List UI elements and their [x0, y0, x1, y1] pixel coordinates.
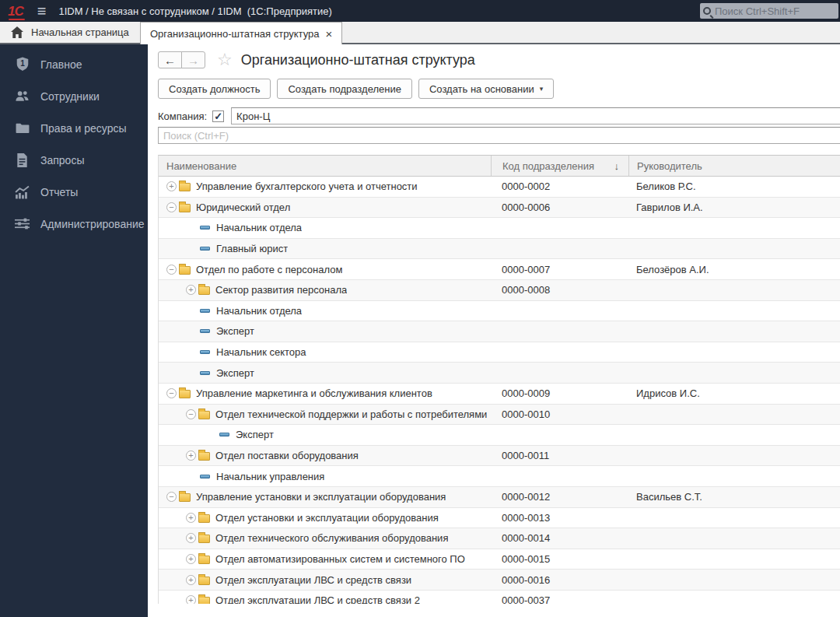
sidebar-item-label: Запросы [40, 154, 84, 167]
main-menu-icon[interactable]: ≡ [37, 3, 47, 19]
collapse-icon[interactable]: − [186, 409, 196, 419]
close-tab-icon[interactable]: × [326, 28, 333, 40]
expand-icon[interactable]: + [186, 285, 196, 295]
row-name: Эксперт [216, 325, 254, 337]
collapse-icon[interactable]: − [166, 388, 177, 398]
table-row[interactable]: +Отдел эксплуатации ЛВС и средств связи0… [159, 570, 840, 591]
table-row[interactable]: −Отдел по работе с персоналом0000-0007Бе… [159, 259, 840, 280]
row-manager: Белозёров А.И. [628, 264, 840, 275]
table-row[interactable]: +Отдел эксплуатации ЛВС и средств связи … [159, 591, 840, 604]
list-search-input[interactable] [158, 127, 840, 144]
list-search-row [158, 127, 840, 145]
1c-logo-icon: 1С [8, 5, 23, 18]
expand-icon[interactable]: + [186, 575, 196, 585]
table-row[interactable]: Начальник отдела [159, 301, 840, 322]
table-row[interactable]: −Управление установки и эксплуатации обо… [159, 487, 840, 508]
sidebar-item-3[interactable]: Запросы [0, 144, 148, 176]
table-row[interactable]: Эксперт [159, 363, 840, 384]
table-row[interactable]: Эксперт [159, 321, 840, 342]
tab-home[interactable]: Начальная страница [0, 22, 143, 43]
department-folder-icon [198, 597, 210, 604]
position-icon [219, 433, 229, 436]
row-name: Управление маркетинга и обслуживания кли… [196, 387, 432, 399]
collapse-icon[interactable]: − [166, 492, 177, 502]
row-code: 0000-0008 [491, 284, 628, 296]
row-name: Отдел эксплуатации ЛВС и средств связи [215, 574, 411, 586]
collapse-icon[interactable]: − [166, 202, 177, 212]
sliders-icon [15, 216, 30, 231]
sidebar-item-1[interactable]: Сотрудники [0, 80, 148, 112]
row-code: 0000-0014 [491, 532, 628, 544]
department-folder-icon [198, 514, 210, 523]
department-folder-icon [179, 183, 191, 191]
column-header-name[interactable]: Наименование [159, 156, 491, 176]
row-code: 0000-0007 [491, 264, 628, 275]
expand-icon[interactable]: + [186, 513, 196, 523]
table-row[interactable]: +Отдел установки и эксплуатации оборудов… [159, 508, 840, 529]
row-code: 0000-0037 [491, 594, 628, 604]
row-name: Начальник сектора [216, 346, 306, 358]
sidebar-nav: 1ГлавноеСотрудникиПрава и ресурсыЗапросы… [0, 44, 148, 617]
row-name: Начальник отдела [216, 222, 302, 233]
department-folder-icon [179, 204, 191, 212]
row-code: 0000-0012 [491, 491, 628, 503]
department-folder-icon [198, 556, 210, 564]
table-row[interactable]: +Отдел автоматизированных систем и систе… [159, 549, 840, 570]
collapse-icon[interactable]: − [166, 265, 177, 275]
create-based-on-button[interactable]: Создать на основании ▾ [418, 79, 554, 99]
expand-icon[interactable]: + [186, 450, 196, 461]
department-folder-icon [198, 286, 210, 295]
row-name: Юридический отдел [196, 202, 290, 213]
table-row[interactable]: +Отдел поставки оборудования0000-0011 [159, 446, 840, 467]
forward-button[interactable]: → [181, 51, 205, 68]
department-folder-icon [198, 535, 210, 543]
row-code: 0000-0006 [491, 202, 628, 213]
sidebar-item-5[interactable]: Администрирование [0, 208, 148, 240]
department-folder-icon [179, 266, 191, 275]
home-icon [11, 26, 23, 38]
row-name: Отдел эксплуатации ЛВС и средств связи 2 [215, 594, 420, 604]
global-search[interactable] [700, 3, 838, 19]
row-name: Эксперт [216, 367, 254, 379]
tab-org-structure[interactable]: Организационно-штатная структура × [140, 22, 342, 44]
table-row[interactable]: −Юридический отдел0000-0006Гаврилов И.А. [159, 198, 840, 219]
position-icon [200, 350, 210, 354]
sidebar-item-4[interactable]: Отчеты [0, 176, 148, 208]
row-name: Отдел автоматизированных систем и систем… [215, 553, 465, 565]
expand-icon[interactable]: + [186, 533, 196, 543]
table-row[interactable]: Эксперт [159, 425, 840, 446]
expand-icon[interactable]: + [166, 181, 177, 191]
create-position-label: Создать должность [169, 83, 260, 95]
create-department-label: Создать подразделение [288, 83, 401, 95]
department-folder-icon [179, 493, 191, 502]
table-row[interactable]: +Сектор развития персонала0000-0008 [159, 280, 840, 301]
company-field[interactable] [231, 107, 840, 124]
expand-icon[interactable]: + [186, 554, 196, 564]
create-department-button[interactable]: Создать подразделение [277, 79, 411, 99]
column-header-code[interactable]: Код подразделения ↓ [491, 156, 628, 176]
department-folder-icon [179, 390, 191, 398]
position-icon [200, 309, 210, 313]
table-row[interactable]: Начальник управления [159, 466, 840, 487]
create-based-on-label: Создать на основании [429, 83, 534, 95]
row-manager: Идрисов И.С. [628, 387, 840, 399]
back-button[interactable]: ← [158, 51, 182, 68]
company-checkbox[interactable]: ✓ [212, 110, 224, 122]
table-row[interactable]: +Управление бухгалтерского учета и отчет… [159, 177, 840, 198]
company-label: Компания: [158, 110, 207, 122]
table-row[interactable]: +Отдел технического обслуживания оборудо… [159, 528, 840, 549]
row-name: Управление бухгалтерского учета и отчетн… [196, 181, 418, 192]
table-row[interactable]: Главный юрист [159, 239, 840, 260]
expand-icon[interactable]: + [186, 595, 196, 604]
row-manager: Гаврилов И.А. [628, 202, 840, 213]
global-search-input[interactable] [711, 5, 838, 17]
table-row[interactable]: Начальник сектора [159, 342, 840, 363]
sidebar-item-0[interactable]: 1Главное [0, 48, 148, 80]
column-header-manager[interactable]: Руководитель [628, 156, 840, 176]
table-row[interactable]: −Управление маркетинга и обслуживания кл… [159, 384, 840, 405]
table-row[interactable]: −Отдел технической поддержки и работы с … [159, 405, 840, 426]
sidebar-item-2[interactable]: Права и ресурсы [0, 112, 148, 144]
favorite-star-icon[interactable]: ☆ [217, 51, 233, 68]
table-row[interactable]: Начальник отдела [159, 218, 840, 239]
create-position-button[interactable]: Создать должность [158, 79, 271, 99]
